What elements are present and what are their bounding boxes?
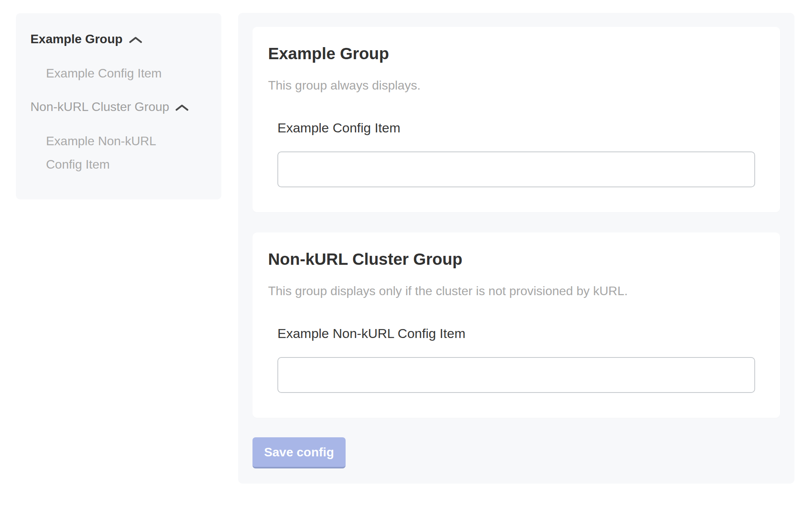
- config-item-label: Example Config Item: [277, 120, 755, 136]
- config-main-panel: Example Group This group always displays…: [238, 13, 794, 484]
- config-item: Example Config Item: [277, 120, 755, 187]
- config-page: Example Group Example Config Item Non-kU…: [0, 0, 812, 507]
- config-group-card-example-group: Example Group This group always displays…: [252, 27, 780, 212]
- config-item-label: Example Non-kURL Config Item: [277, 325, 755, 342]
- config-item: Example Non-kURL Config Item: [277, 325, 755, 393]
- group-title: Example Group: [268, 44, 755, 63]
- save-config-button[interactable]: Save config: [252, 437, 346, 468]
- sidebar-group-label: Example Group: [30, 32, 123, 46]
- sidebar-item-example-config-item[interactable]: Example Config Item: [46, 62, 180, 85]
- sidebar-item-example-non-kurl-config-item[interactable]: Example Non-kURL Config Item: [46, 129, 180, 176]
- sidebar-group-example-group[interactable]: Example Group: [30, 27, 210, 51]
- sidebar-group-non-kurl-cluster-group[interactable]: Non-kURL Cluster Group: [30, 95, 210, 119]
- chevron-up-icon[interactable]: [175, 96, 189, 119]
- group-description: This group always displays.: [268, 77, 755, 93]
- chevron-up-icon[interactable]: [129, 28, 142, 51]
- sidebar-group-label: Non-kURL Cluster Group: [30, 100, 169, 114]
- example-config-item-input[interactable]: [277, 151, 755, 187]
- group-title: Non-kURL Cluster Group: [268, 250, 755, 269]
- group-description: This group displays only if the cluster …: [268, 283, 755, 299]
- example-non-kurl-config-item-input[interactable]: [277, 357, 755, 393]
- config-sidebar: Example Group Example Config Item Non-kU…: [16, 13, 221, 199]
- config-group-card-non-kurl-cluster-group: Non-kURL Cluster Group This group displa…: [252, 232, 780, 418]
